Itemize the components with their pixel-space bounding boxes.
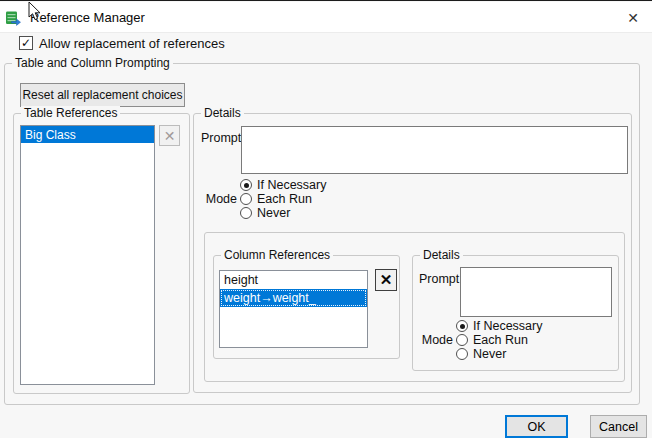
radio-selected-icon[interactable] [240,179,252,191]
list-item[interactable]: weight→weight_ [220,289,367,307]
allow-replacement-label: Allow replacement of references [39,36,225,51]
delete-column-reference-button[interactable]: ✕ [375,269,397,291]
close-icon: ✕ [627,10,639,26]
title-bar[interactable]: Reference Manager ✕ [0,2,652,33]
column-prompt-textarea[interactable] [460,267,612,317]
group-label: Table References [21,106,120,120]
delete-table-reference-button: ✕ [159,125,180,146]
radio-icon[interactable] [456,348,468,360]
allow-replacement-row: ✓ Allow replacement of references [19,35,225,51]
mouse-cursor-icon [26,1,42,23]
group-label: Column References [221,248,333,262]
radio-selected-icon[interactable] [456,320,468,332]
allow-replacement-checkbox[interactable]: ✓ [19,36,33,50]
mode-option-if-necessary[interactable]: If Necessary [456,319,542,333]
mode-option-if-necessary[interactable]: If Necessary [240,178,326,192]
app-icon [5,10,21,26]
reset-all-replacement-choices-button[interactable]: Reset all replacement choices [20,83,185,107]
delete-x-icon: ✕ [164,128,176,144]
checkmark-icon: ✓ [21,37,31,49]
window-title: Reference Manager [30,2,145,33]
table-prompt-textarea[interactable] [241,126,628,174]
ok-button[interactable]: OK [505,415,568,438]
reference-manager-dialog: Reference Manager ✕ ✓ Allow replacement … [0,0,652,438]
radio-icon[interactable] [240,207,252,219]
close-button[interactable]: ✕ [620,5,646,31]
mode-option-each-run[interactable]: Each Run [456,333,528,347]
table-details-group: Details Prompt Mode If Necessary Each Ru… [193,113,632,393]
column-references-group: Column References height weight→weight_ … [213,255,400,359]
mode-option-never[interactable]: Never [456,347,506,361]
delete-x-icon: ✕ [380,271,393,289]
mode-label: Mode [414,333,453,347]
radio-icon[interactable] [240,193,252,205]
mode-option-each-run[interactable]: Each Run [240,192,312,206]
column-references-list[interactable]: height weight→weight_ [219,270,368,348]
column-details-group: Details Prompt Mode If Necessary Each Ru… [412,255,619,371]
table-references-group: Table References Big Class ✕ [13,113,190,394]
group-label: Table and Column Prompting [12,56,173,70]
mode-label: Mode [197,192,237,206]
prompt-label: Prompt [419,272,459,286]
list-item[interactable]: Big Class [21,126,154,143]
group-label: Details [420,248,463,262]
column-section-container: Column References height weight→weight_ … [204,232,625,382]
table-references-list[interactable]: Big Class [20,125,155,385]
mode-option-never[interactable]: Never [240,206,290,220]
radio-icon[interactable] [456,334,468,346]
cancel-button[interactable]: Cancel [590,415,647,438]
group-label: Details [201,106,244,120]
prompt-label: Prompt [201,131,241,145]
list-item[interactable]: height [220,271,367,289]
